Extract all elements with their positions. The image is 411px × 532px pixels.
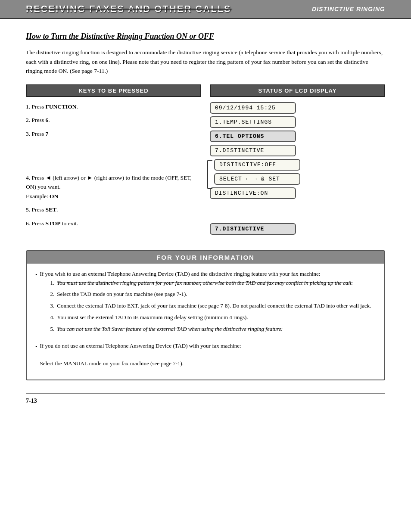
fyi-numbered-1: 1. You must use the distinctive ringing … <box>50 279 371 288</box>
step-1-number: 1. <box>26 103 30 110</box>
keys-column: KEYS TO BE PRESSED 1. Press FUNCTION. 2.… <box>26 84 201 237</box>
fyi-item-2-text: Select the TAD mode on your fax machine … <box>57 290 187 299</box>
fyi-numbered-3: 3. Connect the external TAD into EXT. ja… <box>50 302 371 311</box>
step-6-prefix: Press <box>32 220 46 227</box>
lcd-distinctive-on: DISTINCTIVE:ON <box>210 187 296 199</box>
fyi-item-3-text: Connect the external TAD into EXT. jack … <box>57 302 371 311</box>
step-4-example-key: ON <box>50 193 58 199</box>
fyi-bullet-2-content: If you do not use an external Telephone … <box>40 342 241 368</box>
select-brace <box>207 160 212 189</box>
lcd-temp-settings: 1.TEMP.SETTINGS <box>210 116 296 128</box>
header-title-left: RECEIVING FAXES AND OTHER CALLS <box>26 3 231 15</box>
fyi-num-2: 2. <box>50 290 55 299</box>
step-2-suffix: . <box>48 117 50 123</box>
step-1-prefix: Press <box>32 103 46 110</box>
step-5: 5. Press SET. <box>26 205 201 215</box>
step-5-prefix: Press <box>32 206 46 213</box>
steps-list: 1. Press FUNCTION. 2. Press 6. 3. Press … <box>26 102 201 228</box>
fyi-num-1: 1. <box>50 279 55 288</box>
fyi-bullet-dot-2: • <box>35 342 37 368</box>
fyi-item-1-text: You must use the distinctive ringing pat… <box>57 279 352 288</box>
fyi-numbered-5: 5. You can not use the Toll Saver featur… <box>50 325 371 334</box>
step-5-suffix: . <box>56 206 58 213</box>
status-header: STATUS OF LCD DISPLAY <box>210 84 385 97</box>
step-6: 6. Press STOP to exit. <box>26 219 201 228</box>
step-2-prefix: Press <box>32 117 46 123</box>
fyi-bullet-2-extra: Select the MANUAL mode on your fax machi… <box>40 360 184 367</box>
page-footer: 7-13 <box>26 393 385 404</box>
lcd-distinctive-7: 7.DISTINCTIVE <box>210 145 296 156</box>
lcd-datetime: 09/12/1994 15:25 <box>210 102 296 114</box>
fyi-bullet-dot-1: • <box>35 271 37 337</box>
step-2: 2. Press 6. <box>26 115 201 125</box>
fyi-item-5-text: You can not use the Toll Saver feature o… <box>57 325 283 334</box>
fyi-numbered-4: 4. You must set the external TAD to its … <box>50 313 371 322</box>
step-6-suffix: to exit. <box>60 220 78 227</box>
fyi-item-4-text: You must set the external TAD to its max… <box>57 313 248 322</box>
step-4-number: 4. <box>26 174 30 181</box>
lcd-select-arrows: SELECT ← → & SET <box>214 173 300 185</box>
fyi-bullet-2: • If you do not use an external Telephon… <box>35 342 376 368</box>
step-5-number: 5. <box>26 206 30 213</box>
lcd-tel-options: 6.TEL OPTIONS <box>210 131 296 142</box>
lcd-select-group: DISTINCTIVE:OFF SELECT ← → & SET <box>214 159 385 187</box>
page-header: RECEIVING FAXES AND OTHER CALLS DISTINCT… <box>0 0 411 19</box>
step-3: 3. Press 7 <box>26 129 201 139</box>
fyi-bullet-2-text: If you do not use an external Telephone … <box>40 342 241 349</box>
page: RECEIVING FAXES AND OTHER CALLS DISTINCT… <box>0 0 411 532</box>
step-4-key2: ► <box>87 174 93 181</box>
step-1-key: FUNCTION <box>45 103 76 110</box>
status-column: STATUS OF LCD DISPLAY 09/12/1994 15:25 1… <box>210 84 385 237</box>
step-6-number: 6. <box>26 220 30 227</box>
fyi-num-3: 3. <box>50 302 55 311</box>
fyi-bullet-1: • If you wish to use an external Telepho… <box>35 270 376 337</box>
step-4-middle: (left arrow) or <box>51 174 87 181</box>
step-1: 1. Press FUNCTION. <box>26 102 201 112</box>
fyi-content: • If you wish to use an external Telepho… <box>27 270 384 368</box>
section-title: How to Turn the Distinctive Ringing Func… <box>26 32 385 41</box>
fyi-bullet-1-content: If you wish to use an external Telephone… <box>40 270 371 337</box>
fyi-bullet-1-text: If you wish to use an external Telephone… <box>40 271 321 277</box>
body-paragraph: The distinctive ringing function is desi… <box>26 48 385 76</box>
fyi-numbered-list: 1. You must use the distinctive ringing … <box>50 279 371 334</box>
fyi-num-5: 5. <box>50 325 55 334</box>
fyi-numbered-2: 2. Select the TAD mode on your fax machi… <box>50 290 371 299</box>
lcd-displays: 09/12/1994 15:25 1.TEMP.SETTINGS 6.TEL O… <box>210 102 385 237</box>
step-1-suffix: . <box>76 103 78 110</box>
step-4-prefix: Press <box>32 174 46 181</box>
step-3-prefix: Press <box>32 131 46 137</box>
lcd-distinctive-off: DISTINCTIVE:OFF <box>214 159 300 171</box>
step-4: 4. Press ◄ (left arrow) or ► (right arro… <box>26 173 201 201</box>
lcd-distinctive-final: 7.DISTINCTIVE <box>210 223 296 235</box>
fyi-num-4: 4. <box>50 313 55 322</box>
step-4-key: ◄ <box>45 174 51 181</box>
step-2-number: 2. <box>26 117 30 123</box>
page-number: 7-13 <box>26 398 37 404</box>
step-5-key: SET <box>45 206 56 213</box>
instruction-columns: KEYS TO BE PRESSED 1. Press FUNCTION. 2.… <box>26 84 385 237</box>
step-3-number: 3. <box>26 131 30 137</box>
header-title-right: DISTINCTIVE RINGING <box>312 6 385 12</box>
step-6-key: STOP <box>45 220 60 227</box>
fyi-box: FOR YOUR INFORMATION • If you wish to us… <box>26 250 385 380</box>
fyi-header: FOR YOUR INFORMATION <box>27 251 384 264</box>
step-3-key: 7 <box>45 131 48 137</box>
keys-header: KEYS TO BE PRESSED <box>26 84 201 97</box>
step-4-example-label: Example: <box>26 193 50 199</box>
